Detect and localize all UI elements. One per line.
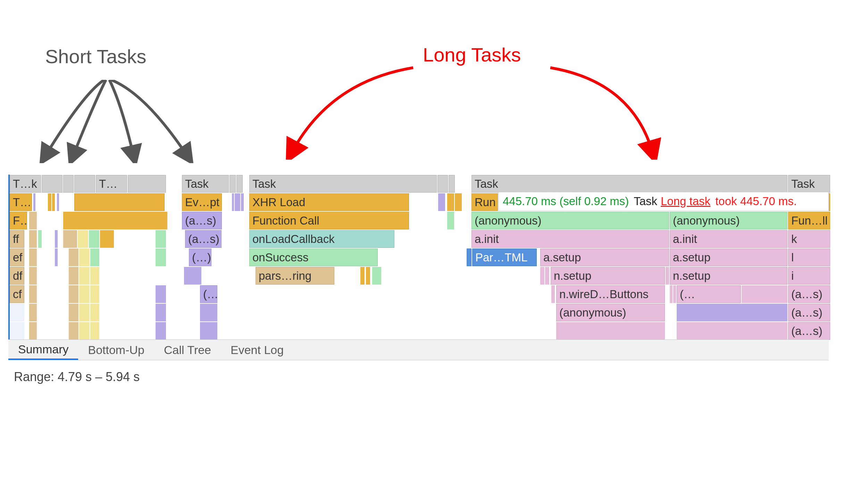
- anon-bar[interactable]: (…): [189, 249, 211, 266]
- task-bar[interactable]: [42, 175, 62, 193]
- tooltip-long-link[interactable]: Long task: [661, 195, 710, 208]
- function-call-bar[interactable]: Function Call: [249, 212, 409, 229]
- anon-bar[interactable]: (anonymous): [556, 304, 665, 321]
- call-bar[interactable]: ef: [10, 249, 24, 266]
- call-bar[interactable]: ff: [10, 230, 24, 248]
- call-bar[interactable]: Ev…pt: [182, 193, 222, 211]
- tooltip-took: took 445.70 ms.: [715, 195, 797, 208]
- nsetup-bar[interactable]: n.setup: [670, 267, 787, 285]
- parse-bar[interactable]: pars…ring: [256, 267, 334, 285]
- tab-event-log[interactable]: Event Log: [221, 340, 293, 360]
- tooltip-label: Task: [634, 195, 657, 208]
- tab-bottom-up[interactable]: Bottom-Up: [78, 340, 154, 360]
- onsuccess-bar[interactable]: onSuccess: [249, 249, 378, 266]
- call-bar[interactable]: i: [788, 267, 830, 285]
- anon-bar[interactable]: (…: [677, 285, 741, 303]
- anon-bar[interactable]: (anonymous): [670, 212, 787, 229]
- task-bar[interactable]: T…k: [10, 175, 41, 193]
- call-bar[interactable]: [74, 193, 165, 211]
- details-tabs: Summary Bottom-Up Call Tree Event Log: [8, 339, 829, 360]
- asetup-bar[interactable]: a.setup: [670, 249, 787, 266]
- anon-bar[interactable]: (a…s): [182, 212, 222, 229]
- anon-bar[interactable]: (a…s): [185, 230, 222, 248]
- short-tasks-arrows-icon: [31, 80, 198, 163]
- flame-row: df pars…ring n.setup n.setup i: [10, 267, 829, 285]
- call-bar[interactable]: T…d: [10, 193, 32, 211]
- flame-row: ef (…) onSuccess Par…TML a.setup a.setup…: [10, 248, 829, 267]
- tab-call-tree[interactable]: Call Tree: [154, 340, 221, 360]
- flame-row: (anonymous) (a…s): [10, 303, 829, 322]
- nsetup-bar[interactable]: n.setup: [551, 267, 665, 285]
- flame-row: (a…s): [10, 322, 829, 340]
- task-bar[interactable]: [437, 175, 448, 193]
- xhr-load-bar[interactable]: XHR Load: [249, 193, 409, 211]
- anon-bar[interactable]: (a…s): [788, 322, 830, 340]
- task-bar[interactable]: [229, 175, 236, 193]
- parse-html-bar[interactable]: Par…TML: [472, 249, 537, 266]
- task-bar[interactable]: [449, 175, 455, 193]
- flame-row: cf (… n.wireD…Buttons (… (a…s): [10, 285, 829, 303]
- call-bar[interactable]: [467, 249, 471, 266]
- anon-bar[interactable]: (a…s): [788, 304, 830, 321]
- ainit-bar[interactable]: a.init: [471, 230, 669, 248]
- tab-summary[interactable]: Summary: [8, 340, 78, 360]
- tooltip-time: 445.70 ms (self 0.92 ms): [503, 195, 629, 208]
- call-bar[interactable]: k: [788, 230, 830, 248]
- call-bar[interactable]: [10, 304, 24, 321]
- short-tasks-annotation: Short Tasks: [45, 45, 147, 68]
- nwire-bar[interactable]: n.wireD…Buttons: [556, 285, 665, 303]
- task-bar[interactable]: [236, 175, 243, 193]
- anon-bar[interactable]: (…: [200, 285, 217, 303]
- task-bar[interactable]: Task: [788, 175, 830, 193]
- anon-bar[interactable]: (anonymous): [471, 212, 669, 229]
- task-bar[interactable]: Task: [182, 175, 229, 193]
- task-bar[interactable]: [74, 175, 95, 193]
- call-bar[interactable]: l: [788, 249, 830, 266]
- task-bar[interactable]: Task: [249, 175, 437, 193]
- range-label: Range: 4.79 s – 5.94 s: [14, 370, 140, 384]
- anon-bar[interactable]: (a…s): [788, 285, 830, 303]
- task-bar[interactable]: T…: [96, 175, 127, 193]
- call-bar[interactable]: cf: [10, 285, 24, 303]
- asetup-bar[interactable]: a.setup: [540, 249, 669, 266]
- call-bar[interactable]: Fun…ll: [788, 212, 830, 229]
- call-bar[interactable]: F…l: [10, 212, 27, 229]
- ainit-bar[interactable]: a.init: [670, 230, 787, 248]
- task-bar[interactable]: [128, 175, 166, 193]
- call-bar[interactable]: df: [10, 267, 24, 285]
- flame-row: F…l (a…s) Function Call (anonymous) (ano…: [10, 211, 829, 230]
- long-tasks-arrows-icon: [278, 54, 667, 160]
- task-bar[interactable]: Task: [471, 175, 787, 193]
- task-bar[interactable]: [63, 175, 74, 193]
- onload-bar[interactable]: onLoadCallback: [249, 230, 394, 248]
- flame-row: T…k T… Task Task Task Task: [10, 175, 829, 193]
- flame-row: ff (a…s) onLoadCallback a.init a.init k: [10, 230, 829, 248]
- call-bar[interactable]: [10, 322, 24, 340]
- long-task-tooltip: 445.70 ms (self 0.92 ms) Task Long task …: [498, 192, 829, 211]
- call-bar[interactable]: Run: [471, 193, 498, 211]
